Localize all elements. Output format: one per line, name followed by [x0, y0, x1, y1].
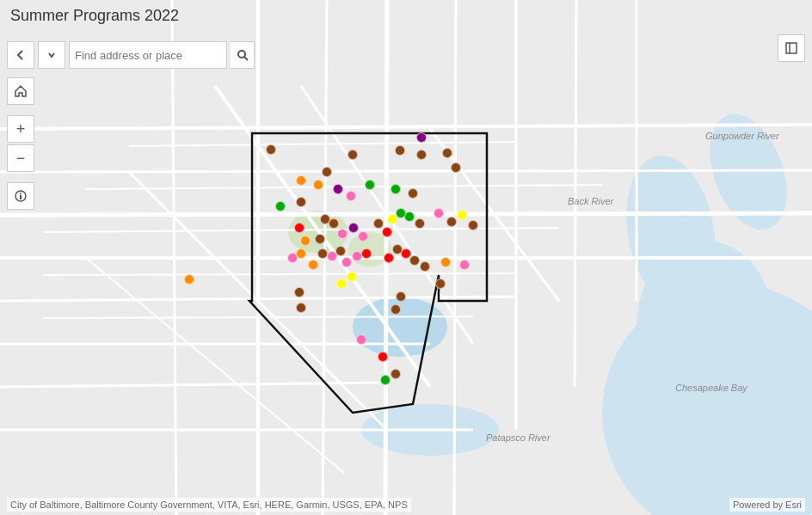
map-dot[interactable]: [446, 217, 457, 227]
map-dot[interactable]: [296, 303, 306, 313]
svg-line-37: [244, 57, 248, 60]
page-title: Summer Programs 2022: [10, 7, 179, 24]
map-dot[interactable]: [347, 272, 357, 282]
map-dot[interactable]: [416, 150, 427, 160]
map-dot[interactable]: [308, 260, 318, 270]
left-toolbar: + −: [7, 77, 34, 210]
svg-line-10: [0, 170, 812, 172]
map-dot[interactable]: [294, 223, 304, 233]
map-dot[interactable]: [459, 260, 470, 270]
map-dot[interactable]: [451, 162, 461, 173]
title-bar: Summer Programs 2022: [0, 0, 812, 32]
back-button[interactable]: [7, 41, 34, 69]
map-dot[interactable]: [442, 148, 452, 158]
map-dot[interactable]: [373, 218, 384, 229]
map-dot[interactable]: [408, 188, 418, 199]
svg-point-5: [353, 297, 447, 357]
map-dot[interactable]: [395, 145, 405, 156]
map-dot[interactable]: [365, 180, 375, 190]
map-dot[interactable]: [322, 167, 332, 177]
map-container[interactable]: Chesapeake Bay Back River Patapsco River…: [0, 0, 812, 515]
map-dot[interactable]: [336, 279, 347, 289]
svg-line-23: [575, 0, 576, 387]
map-dot[interactable]: [337, 229, 348, 239]
svg-point-40: [20, 193, 22, 194]
svg-line-21: [454, 0, 456, 515]
map-dot[interactable]: [468, 220, 478, 230]
map-dot[interactable]: [313, 180, 323, 190]
map-dot[interactable]: [396, 291, 406, 302]
map-dot[interactable]: [361, 248, 372, 259]
map-dot[interactable]: [404, 212, 415, 222]
svg-rect-41: [786, 43, 797, 53]
dropdown-button[interactable]: [38, 41, 65, 69]
map-dot[interactable]: [380, 375, 391, 385]
map-dot[interactable]: [409, 255, 420, 266]
search-input-wrap[interactable]: [69, 41, 227, 69]
map-dot[interactable]: [296, 248, 306, 259]
map-dot[interactable]: [341, 257, 352, 267]
map-dot[interactable]: [348, 223, 359, 233]
info-button[interactable]: [7, 182, 34, 210]
map-dot[interactable]: [346, 191, 356, 201]
expand-button[interactable]: [778, 34, 805, 62]
map-dot[interactable]: [294, 287, 304, 297]
map-dot[interactable]: [378, 352, 388, 362]
map-dot[interactable]: [420, 261, 430, 272]
map-dot[interactable]: [391, 304, 401, 315]
home-button[interactable]: [7, 77, 34, 105]
attribution-right: Powered by Esri: [729, 498, 805, 512]
map-dot[interactable]: [348, 150, 358, 160]
map-dot[interactable]: [300, 236, 311, 246]
zoom-in-button[interactable]: +: [7, 115, 34, 143]
map-dot[interactable]: [358, 231, 368, 242]
map-dot[interactable]: [296, 175, 306, 186]
search-button[interactable]: [231, 41, 255, 69]
map-dot[interactable]: [440, 257, 451, 267]
map-dot[interactable]: [329, 218, 339, 229]
map-dot[interactable]: [266, 144, 276, 155]
search-input[interactable]: [75, 49, 221, 62]
map-dot[interactable]: [315, 234, 325, 244]
search-bar: [0, 34, 261, 76]
zoom-out-button[interactable]: −: [7, 144, 34, 172]
map-dot[interactable]: [434, 208, 444, 218]
map-dot[interactable]: [296, 197, 306, 207]
map-dot[interactable]: [435, 279, 446, 289]
attribution-left: City of Baltimore, Baltimore County Gove…: [7, 498, 411, 512]
map-dot[interactable]: [335, 246, 346, 256]
map-dot[interactable]: [416, 132, 427, 143]
map-dot[interactable]: [384, 253, 394, 263]
map-dot[interactable]: [391, 184, 401, 194]
map-dot[interactable]: [275, 201, 286, 212]
map-dot[interactable]: [382, 227, 392, 237]
map-dot[interactable]: [333, 184, 343, 194]
map-dot[interactable]: [391, 369, 401, 379]
map-dot[interactable]: [356, 334, 366, 345]
map-dot[interactable]: [415, 218, 425, 229]
svg-point-36: [238, 51, 245, 58]
top-right-toolbar: [778, 34, 805, 62]
map-dot[interactable]: [457, 210, 467, 220]
map-dot[interactable]: [184, 274, 194, 285]
